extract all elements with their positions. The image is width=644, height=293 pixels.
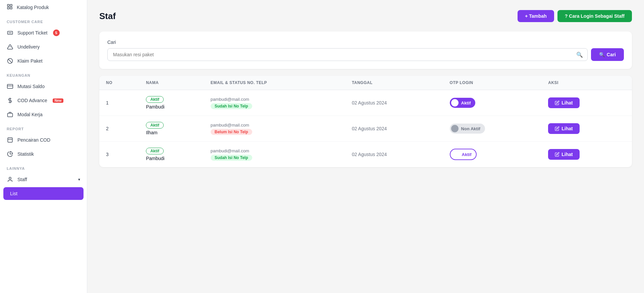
cell-email: pambudi@mail.comBelum Isi No Telp	[204, 116, 345, 142]
svg-rect-0	[7, 4, 9, 6]
cell-aksi: Lihat	[541, 142, 632, 167]
telp-badge: Sudah Isi No Telp	[211, 155, 252, 161]
sidebar: Katalog Produk CUSTOMER CARE Support Tic…	[0, 0, 87, 293]
cod-advance-new-badge: New	[53, 98, 64, 103]
cell-otp: Non Aktif	[443, 116, 542, 142]
svg-rect-13	[8, 113, 13, 117]
katalog-label: Katalog Produk	[17, 5, 49, 10]
cell-nama: AktifPambudi	[139, 142, 204, 167]
toggle-circle	[451, 99, 459, 106]
support-ticket-badge: 5	[53, 29, 60, 36]
cell-otp: Aktif	[443, 142, 542, 167]
tambah-button[interactable]: + Tambah	[518, 10, 554, 22]
svg-rect-3	[10, 7, 12, 9]
cell-nama: AktifPambudi	[139, 90, 204, 116]
file-icon	[7, 137, 13, 143]
staff-label: Staff	[17, 177, 27, 182]
sidebar-item-undelivery[interactable]: Undelivery	[0, 40, 87, 54]
date-text: 02 Agustus 2024	[352, 100, 387, 105]
svg-rect-2	[7, 7, 9, 9]
email-text: pambudi@mail.com	[211, 97, 338, 102]
cell-no: 1	[99, 90, 139, 116]
sidebar-item-staff[interactable]: Staff ▾	[0, 172, 87, 187]
search-icon: 🔍	[576, 52, 583, 58]
cell-tanggal: 02 Agustus 2024	[345, 90, 443, 116]
cell-nama: AktifIlham	[139, 116, 204, 142]
section-report: REPORT	[0, 122, 87, 133]
cell-aksi: Lihat	[541, 90, 632, 116]
section-customer-care: CUSTOMER CARE	[0, 14, 87, 26]
email-text: pambudi@mail.com	[211, 148, 338, 153]
sidebar-item-statistik[interactable]: Statistik	[0, 147, 87, 161]
email-text: pambudi@mail.com	[211, 123, 338, 128]
col-email: EMAIL & STATUS NO. TELP	[204, 76, 345, 90]
sidebar-item-klaim-paket[interactable]: Klaim Paket	[0, 54, 87, 68]
sidebar-item-modal-kerja[interactable]: Modal Kerja	[0, 107, 87, 122]
col-nama: NAMA	[139, 76, 204, 90]
table-row: 2AktifIlhampambudi@mail.comBelum Isi No …	[99, 116, 632, 142]
chevron-down-icon: ▾	[78, 177, 80, 182]
status-badge: Aktif	[146, 148, 164, 154]
telp-badge: Sudah Isi No Telp	[211, 103, 252, 109]
undelivery-label: Undelivery	[17, 44, 40, 50]
cell-tanggal: 02 Agustus 2024	[345, 116, 443, 142]
otp-toggle[interactable]: Aktif	[450, 98, 476, 108]
staff-name: Pambudi	[146, 104, 197, 109]
cell-aksi: Lihat	[541, 116, 632, 142]
lihat-button[interactable]: Lihat	[548, 97, 579, 108]
briefcase-icon	[7, 111, 13, 118]
svg-rect-14	[8, 138, 12, 142]
cari-icon: 🔍	[599, 52, 605, 57]
klaim-paket-label: Klaim Paket	[17, 58, 43, 64]
search-row: 🔍 🔍 Cari	[107, 48, 624, 61]
search-input-wrap: 🔍	[107, 48, 588, 61]
sidebar-item-list[interactable]: List	[3, 187, 84, 200]
sidebar-item-support-ticket[interactable]: Support Ticket 5	[0, 26, 87, 40]
list-label: List	[10, 191, 17, 196]
otp-toggle[interactable]: Aktif	[450, 149, 477, 160]
telp-badge: Belum Isi No Telp	[211, 129, 252, 135]
cell-tanggal: 02 Agustus 2024	[345, 142, 443, 167]
toggle-circle	[451, 125, 459, 132]
mutasi-saldo-label: Mutasi Saldo	[17, 84, 45, 89]
sidebar-item-katalog[interactable]: Katalog Produk	[0, 0, 87, 14]
cari-button[interactable]: 🔍 Cari	[591, 48, 624, 61]
modal-kerja-label: Modal Kerja	[17, 112, 43, 117]
cell-otp: Aktif	[443, 90, 542, 116]
grid-icon	[7, 4, 13, 11]
main-content: Staf + Tambah ? Cara Login Sebagai Staff…	[87, 0, 644, 293]
lihat-button[interactable]: Lihat	[548, 149, 579, 160]
lihat-button[interactable]: Lihat	[548, 123, 579, 134]
alert-icon	[7, 44, 13, 50]
statistik-label: Statistik	[17, 151, 34, 157]
cod-advance-label: COD Advance	[17, 98, 47, 103]
col-no: NO	[99, 76, 139, 90]
sidebar-item-mutasi-saldo[interactable]: Mutasi Saldo	[0, 79, 87, 93]
toggle-circle	[452, 151, 459, 158]
page-header: Staf + Tambah ? Cara Login Sebagai Staff	[99, 10, 632, 22]
otp-label: Aktif	[461, 100, 471, 105]
status-badge: Aktif	[146, 96, 164, 103]
cell-no: 3	[99, 142, 139, 167]
user-icon	[7, 176, 13, 183]
support-ticket-label: Support Ticket	[17, 30, 48, 35]
cell-email: pambudi@mail.comSudah Isi No Telp	[204, 142, 345, 167]
date-text: 02 Agustus 2024	[352, 152, 387, 157]
dollar-icon	[7, 97, 13, 104]
status-badge: Aktif	[146, 122, 164, 129]
cara-login-button[interactable]: ? Cara Login Sebagai Staff	[557, 10, 632, 22]
col-tanggal: TANGGAL	[345, 76, 443, 90]
svg-rect-1	[10, 4, 12, 6]
section-keuangan: KEUANGAN	[0, 68, 87, 79]
otp-toggle[interactable]: Non Aktif	[450, 124, 485, 134]
cell-email: pambudi@mail.comSudah Isi No Telp	[204, 90, 345, 116]
table-row: 3AktifPambudipambudi@mail.comSudah Isi N…	[99, 142, 632, 167]
table-row: 1AktifPambudipambudi@mail.comSudah Isi N…	[99, 90, 632, 116]
staff-name: Pambudi	[146, 156, 197, 161]
staff-table: NO NAMA EMAIL & STATUS NO. TELP TANGGAL …	[99, 76, 632, 167]
sidebar-item-cod-advance[interactable]: COD Advance New	[0, 93, 87, 107]
sidebar-item-pencairan-cod[interactable]: Pencairan COD	[0, 133, 87, 147]
section-lainnya: LAINNYA	[0, 161, 87, 172]
search-input[interactable]	[107, 48, 588, 61]
svg-rect-10	[7, 84, 13, 88]
